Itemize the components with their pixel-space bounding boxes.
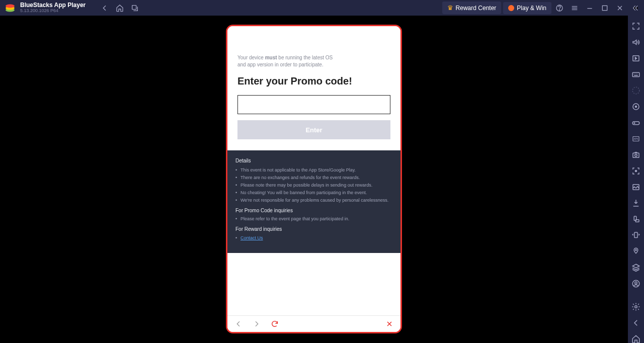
- nav-close-icon[interactable]: [385, 320, 393, 328]
- home-icon[interactable]: [116, 4, 124, 12]
- svg-point-16: [635, 154, 637, 157]
- svg-rect-3: [132, 5, 136, 9]
- promo-inquiries-list: Please refer to the event page that you …: [235, 215, 392, 223]
- bluestacks-logo: [4, 2, 16, 14]
- reward-inquiries-heading: For Reward inquiries: [235, 226, 392, 233]
- svg-rect-21: [634, 232, 637, 238]
- orange-dot-icon: [508, 5, 514, 11]
- promo-inquiries-heading: For Promo Code inquiries: [235, 207, 392, 215]
- svg-rect-15: [633, 153, 639, 157]
- promo-code-input[interactable]: [237, 95, 390, 114]
- phone-frame: Your device must be running the latest O…: [226, 25, 402, 333]
- play-win-label: Play & Win: [517, 5, 546, 12]
- lock-cursor-icon[interactable]: [631, 54, 640, 63]
- rotate-icon[interactable]: [631, 215, 640, 224]
- details-block: Details This event is not applicable to …: [227, 150, 400, 253]
- app-title-block: BlueStacks App Player 5.13.200.1026 P64: [20, 2, 86, 14]
- svg-rect-8: [632, 72, 639, 76]
- list-item: We're not responsible for any problems c…: [240, 197, 392, 204]
- workspace: Your device must be running the latest O…: [0, 16, 628, 343]
- nav-back-icon[interactable]: [234, 320, 243, 328]
- phone-blank-area: [227, 253, 400, 315]
- list-item: No cheating! You will be banned from par…: [240, 189, 392, 197]
- layers-icon[interactable]: [631, 263, 640, 272]
- svg-text:APK: APK: [633, 138, 638, 140]
- svg-point-2: [6, 4, 15, 8]
- svg-rect-12: [632, 122, 639, 125]
- device-note: Your device must be running the latest O…: [237, 54, 390, 68]
- back-icon[interactable]: [101, 4, 109, 12]
- right-toolbar: APK: [628, 16, 644, 343]
- fullscreen-icon[interactable]: [631, 22, 640, 31]
- install-icon[interactable]: [631, 199, 640, 208]
- reward-center-button[interactable]: ♛ Reward Center: [442, 2, 502, 14]
- svg-point-11: [635, 106, 637, 108]
- keyboard-icon[interactable]: [631, 70, 640, 79]
- settings-icon[interactable]: [631, 302, 640, 311]
- reward-center-label: Reward Center: [456, 5, 497, 12]
- account-icon[interactable]: [631, 279, 640, 288]
- reward-inquiries-list: Contact Us: [235, 234, 392, 242]
- nav-forward-icon[interactable]: [253, 320, 261, 328]
- apk-icon[interactable]: APK: [631, 134, 640, 143]
- svg-rect-20: [635, 220, 639, 222]
- record-icon[interactable]: [631, 166, 640, 176]
- media-icon[interactable]: [631, 183, 640, 192]
- gamepad-icon[interactable]: [631, 118, 640, 127]
- screenshot-icon[interactable]: [631, 150, 640, 159]
- enter-button[interactable]: Enter: [237, 120, 390, 139]
- back-arrow-icon[interactable]: [631, 318, 640, 327]
- phone-bottom-nav: [227, 315, 400, 332]
- help-icon[interactable]: [555, 4, 564, 12]
- home-arrow-icon[interactable]: [631, 334, 640, 343]
- maximize-icon[interactable]: [601, 4, 609, 12]
- svg-point-24: [635, 282, 637, 284]
- titlebar: BlueStacks App Player 5.13.200.1026 P64 …: [0, 0, 644, 16]
- close-icon[interactable]: [616, 4, 624, 12]
- app-version: 5.13.200.1026 P64: [20, 9, 86, 14]
- sync-icon[interactable]: [631, 86, 640, 95]
- svg-point-5: [559, 10, 560, 10]
- pin-icon[interactable]: [631, 247, 640, 256]
- list-item: There are no exchanges and refunds for t…: [240, 174, 392, 182]
- collapse-icon[interactable]: [631, 4, 639, 12]
- list-item: Contact Us: [240, 234, 392, 242]
- shake-icon[interactable]: [631, 231, 640, 240]
- play-win-button[interactable]: Play & Win: [503, 2, 551, 14]
- location-icon[interactable]: [631, 102, 640, 111]
- minimize-icon[interactable]: [586, 4, 594, 12]
- details-heading: Details: [235, 157, 392, 165]
- list-item: Please refer to the event page that you …: [240, 215, 392, 223]
- svg-point-25: [635, 306, 637, 308]
- svg-rect-6: [602, 6, 607, 10]
- promo-heading: Enter your Promo code!: [237, 75, 390, 87]
- recents-icon[interactable]: [131, 4, 139, 12]
- svg-point-17: [635, 170, 637, 172]
- crown-icon: ♛: [447, 4, 453, 12]
- list-item: This event is not applicable to the App …: [240, 166, 392, 174]
- promo-panel: Your device must be running the latest O…: [227, 26, 400, 150]
- details-list: This event is not applicable to the App …: [235, 166, 392, 204]
- contact-us-link[interactable]: Contact Us: [240, 235, 263, 240]
- svg-point-22: [635, 249, 636, 250]
- nav-reload-icon[interactable]: [271, 320, 279, 328]
- list-item: Please note there may be possible delays…: [240, 182, 392, 189]
- svg-point-9: [632, 87, 639, 94]
- menu-icon[interactable]: [571, 4, 579, 12]
- volume-icon[interactable]: [631, 38, 640, 47]
